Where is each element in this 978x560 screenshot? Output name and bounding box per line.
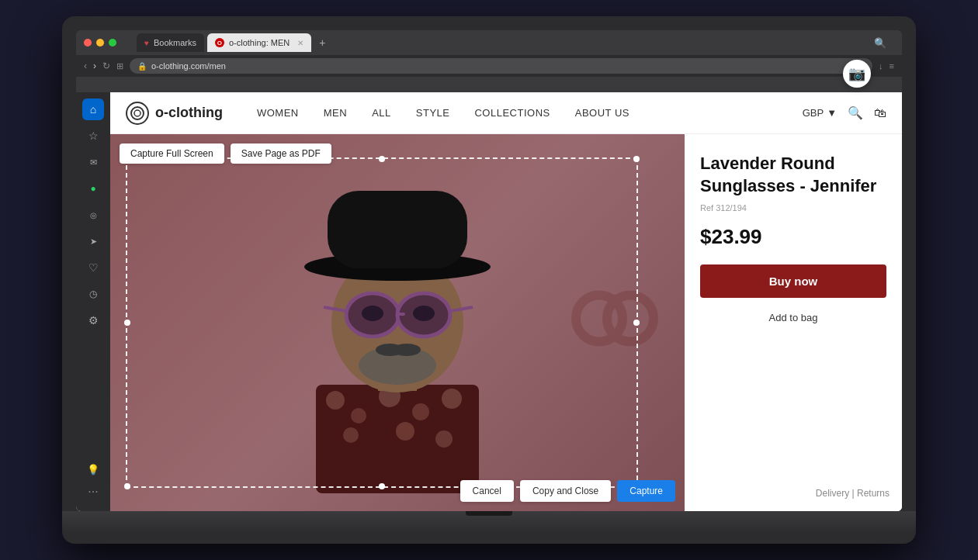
nav-link-about-us[interactable]: ABOUT US	[564, 92, 640, 134]
sidebar-icon-history[interactable]: ◷	[82, 283, 104, 305]
logo-text: o-clothing	[155, 105, 223, 121]
cancel-button[interactable]: Cancel	[460, 480, 514, 502]
nav-links: WOMEN MEN ALL STYLE COLLECTIONS ABOUT US	[246, 92, 803, 134]
sidebar-icon-home[interactable]: ⌂	[82, 99, 104, 120]
refresh-button[interactable]: ↻	[102, 60, 110, 71]
laptop-screen: ♥ Bookmarks O o-clothing: MEN ✕ + 🔍 ‹	[76, 30, 902, 511]
capture-top-buttons: Capture Full Screen Save Page as PDF	[120, 143, 331, 164]
sidebar-icon-idea[interactable]: 💡	[82, 458, 104, 480]
new-tab-button[interactable]: +	[314, 35, 330, 50]
nav-right: GBP ▼ 🔍 🛍	[803, 105, 886, 120]
delivery-link[interactable]: Delivery	[816, 488, 849, 499]
nav-link-all[interactable]: ALL	[361, 92, 402, 134]
handle-top-right[interactable]	[633, 156, 640, 162]
forward-button[interactable]: ›	[93, 60, 96, 71]
sidebar-icon-settings[interactable]: ⚙	[82, 309, 104, 331]
tab-bookmarks[interactable]: ♥ Bookmarks	[137, 33, 204, 52]
browser-search-icon[interactable]: 🔍	[874, 37, 886, 49]
save-page-as-pdf-button[interactable]: Save Page as PDF	[231, 143, 331, 164]
menu-icon[interactable]: ≡	[890, 61, 894, 71]
handle-mid-left[interactable]	[124, 320, 130, 326]
website-content: ⌂ ☆ ✉ ● ◎ ➤ ♡ ◷ ⚙ 💡 ···	[76, 92, 902, 511]
browser-chrome: ♥ Bookmarks O o-clothing: MEN ✕ + 🔍 ‹	[76, 30, 902, 92]
svg-point-1	[134, 110, 140, 116]
nav-link-women[interactable]: WOMEN	[246, 92, 310, 134]
tab-close-icon[interactable]: ✕	[297, 39, 303, 47]
nav-link-style[interactable]: STYLE	[405, 92, 461, 134]
back-button[interactable]: ‹	[84, 60, 87, 71]
returns-link[interactable]: Returns	[857, 488, 890, 499]
logo-icon	[126, 102, 149, 125]
opera-sidebar: ⌂ ☆ ✉ ● ◎ ➤ ♡ ◷ ⚙ 💡 ···	[76, 92, 110, 511]
currency-dropdown-icon: ▼	[827, 107, 837, 119]
handle-top-mid[interactable]	[379, 156, 385, 162]
selection-rectangle[interactable]	[126, 157, 638, 488]
handle-mid-right[interactable]	[633, 320, 640, 326]
product-footer: Delivery | Returns	[816, 488, 890, 499]
url-text: o-clothing.com/men	[151, 61, 226, 71]
product-area: Capture Full Screen Save Page as PDF	[110, 134, 902, 511]
screenshot-camera-button[interactable]: 📷	[843, 60, 871, 88]
capture-bottom-buttons: Cancel Copy and Close Capture	[460, 480, 675, 502]
currency-selector[interactable]: GBP ▼	[803, 107, 837, 119]
product-info-section: Lavender Round Sunglasses - Jennifer Ref…	[685, 134, 902, 511]
bookmarks-tab-label: Bookmarks	[154, 38, 196, 47]
browser-actions: ↓ ≡	[879, 61, 894, 71]
svg-point-0	[131, 107, 144, 119]
close-window-button[interactable]	[84, 39, 92, 47]
tab-bar: ♥ Bookmarks O o-clothing: MEN ✕ +	[129, 32, 869, 54]
product-image-section: Capture Full Screen Save Page as PDF	[110, 134, 685, 511]
lock-icon: 🔒	[137, 62, 147, 71]
laptop-shell: ♥ Bookmarks O o-clothing: MEN ✕ + 🔍 ‹	[62, 16, 916, 544]
download-icon[interactable]: ↓	[879, 61, 883, 71]
bag-button[interactable]: 🛍	[874, 106, 886, 120]
oclothing-tab-label: o-clothing: MEN	[229, 38, 290, 47]
bookmarks-tab-icon: ♥	[144, 39, 149, 47]
sidebar-icon-flow[interactable]: ◎	[82, 204, 104, 226]
browser-titlebar: ♥ Bookmarks O o-clothing: MEN ✕ + 🔍	[76, 30, 902, 55]
handle-bottom-mid[interactable]	[379, 483, 385, 489]
sidebar-icon-messenger[interactable]: ✉	[82, 151, 104, 173]
laptop-base	[62, 511, 916, 533]
extensions-icon[interactable]: ⊞	[116, 61, 123, 71]
address-bar[interactable]: 🔒 o-clothing.com/men	[130, 58, 872, 74]
search-button[interactable]: 🔍	[848, 105, 863, 120]
oclothing-tab-favicon: O	[215, 38, 224, 47]
buy-now-button[interactable]: Buy now	[700, 264, 886, 298]
minimize-window-button[interactable]	[96, 39, 104, 47]
copy-and-close-button[interactable]: Copy and Close	[520, 480, 611, 502]
capture-button[interactable]: Capture	[617, 480, 675, 502]
product-title: Lavender Round Sunglasses - Jennifer	[700, 153, 886, 197]
site-content: o-clothing WOMEN MEN ALL STYLE COLLECTIO…	[110, 92, 902, 511]
site-navbar: o-clothing WOMEN MEN ALL STYLE COLLECTIO…	[110, 92, 902, 134]
tab-oclothing-men[interactable]: O o-clothing: MEN ✕	[207, 33, 311, 52]
nav-link-collections[interactable]: COLLECTIONS	[463, 92, 560, 134]
nav-link-men[interactable]: MEN	[313, 92, 358, 134]
browser-addressbar: ‹ › ↻ ⊞ 🔒 o-clothing.com/men ↓ ≡	[76, 55, 902, 77]
product-price: $23.99	[700, 225, 886, 249]
maximize-window-button[interactable]	[109, 39, 116, 47]
add-to-bag-button[interactable]: Add to bag	[700, 306, 886, 330]
site-logo[interactable]: o-clothing	[126, 102, 223, 125]
product-ref: Ref 312/194	[700, 203, 886, 213]
capture-full-screen-button[interactable]: Capture Full Screen	[120, 143, 224, 164]
logo-svg	[130, 105, 145, 121]
sidebar-icon-bookmarks[interactable]: ☆	[82, 125, 104, 147]
sidebar-icon-heart[interactable]: ♡	[82, 257, 104, 278]
laptop-notch	[466, 511, 512, 516]
currency-text: GBP	[803, 107, 824, 119]
handle-bottom-left[interactable]	[124, 483, 130, 489]
sidebar-icon-send[interactable]: ➤	[82, 230, 104, 252]
sidebar-icon-whatsapp[interactable]: ●	[82, 178, 104, 199]
sidebar-more-icon[interactable]: ···	[88, 485, 98, 499]
